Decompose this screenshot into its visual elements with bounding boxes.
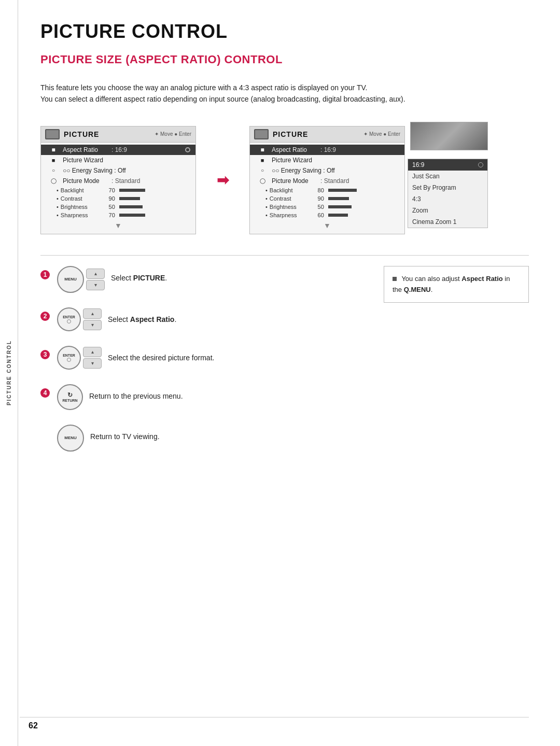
- step-1-badge: 1: [40, 270, 50, 279]
- menu-row-mode-right: ◯ Picture Mode : Standard: [250, 176, 404, 186]
- dropdown-item-cinema-zoom: Cinema Zoom 1: [408, 216, 487, 228]
- side-bar-label: PICTURE CONTROL: [6, 340, 12, 405]
- tip-aspect-ratio: Aspect Ratio: [461, 275, 502, 283]
- dropdown-item-just-scan: Just Scan: [408, 171, 487, 182]
- slider-sharpness-left: [119, 214, 145, 217]
- menu-nav-hint-left: ✦ Move ● Enter: [155, 131, 191, 137]
- tip-qmenu: Q.MENU: [404, 286, 431, 293]
- step-1-icons: MENU ▴ ▾: [57, 266, 105, 293]
- step-3-icons: ENTER ▴ ▾: [57, 346, 102, 370]
- menu-nav-hint-right: ✦ Move ● Enter: [363, 131, 400, 137]
- sub-item-sharpness-left: • Sharpness 70: [41, 211, 195, 219]
- menu-row-wizard-left: ■ Picture Wizard: [41, 155, 195, 165]
- scroll-indicator-left: ▼: [41, 219, 195, 232]
- tip-bullet-icon: [393, 277, 397, 281]
- step-4-return-btn: ↻ RETURN: [57, 384, 83, 410]
- sub-item-sharpness-right: • Sharpness 60: [250, 211, 404, 219]
- step-3-enter-btn: ENTER: [57, 346, 81, 370]
- step-menu-icons: MENU: [57, 425, 84, 452]
- step-2-text-bold: Aspect Ratio: [130, 315, 175, 323]
- step-1-text: Select PICTURE.: [111, 273, 167, 284]
- menu-row-energy-left: ○ ○○ Energy Saving : Off: [41, 165, 195, 176]
- dropdown-overlay: 16:9 Just Scan Set By Program 4:3 Zoom C…: [408, 159, 488, 228]
- step-menu-text: Return to TV viewing.: [90, 432, 160, 442]
- step-1-text-bold: PICTURE: [133, 274, 165, 282]
- arrow-icon: ➡: [217, 172, 229, 189]
- step-3-up-arrow: ▴: [83, 347, 102, 357]
- sub-item-backlight-right: • Backlight 80: [250, 186, 404, 194]
- description-line2: You can select a different aspect ratio …: [40, 95, 405, 103]
- dropdown-item-zoom: Zoom: [408, 205, 487, 216]
- bottom-line: [20, 717, 529, 717]
- step-2-text: Select Aspect Ratio.: [108, 315, 176, 325]
- step-3-text: Select the desired picture format.: [108, 353, 214, 363]
- step-1-up-arrow: ▴: [86, 269, 105, 279]
- step-1-nav: ▴ ▾: [86, 269, 105, 290]
- step-2-enter-btn: ENTER: [57, 307, 81, 331]
- slider-contrast-left: [119, 197, 140, 200]
- menu-row-energy-right: ○ ○○ Energy Saving : Off: [250, 165, 404, 176]
- step-2-up-arrow: ▴: [83, 308, 102, 319]
- selected-indicator: [478, 162, 483, 167]
- steps-area: 1 MENU ▴ ▾ Select PICTURE.: [40, 266, 529, 466]
- menu-header-left: PICTURE ✦ Move ● Enter: [41, 126, 195, 143]
- thumbnail-image: [410, 122, 488, 150]
- tv-icon-left: [45, 129, 60, 139]
- step-3: 3 ENTER ▴ ▾ Select the desired picture f…: [40, 346, 353, 370]
- step-2-badge: 2: [40, 312, 50, 321]
- step-2: 2 ENTER ▴ ▾ Select Aspect Ratio.: [40, 307, 353, 331]
- radio-dot-left: [185, 147, 190, 152]
- dropdown-item-16-9: 16:9: [408, 159, 487, 171]
- sub-item-backlight-left: • Backlight 70: [41, 186, 195, 194]
- side-bar: PICTURE CONTROL: [0, 0, 18, 746]
- sub-item-contrast-left: • Contrast 90: [41, 194, 195, 203]
- step-menu-btn: MENU: [57, 425, 84, 452]
- aspect-icon-left: ■: [46, 146, 61, 153]
- menu-title-right: PICTURE: [273, 130, 308, 138]
- slider-backlight-left: [119, 189, 145, 192]
- step-3-badge: 3: [40, 350, 50, 359]
- step-4-badge: 4: [40, 388, 50, 398]
- menu-row-mode-left: ◯ Picture Mode : Standard: [41, 176, 195, 186]
- step-4-text: Return to the previous menu.: [89, 391, 183, 402]
- step-2-nav: ▴ ▾: [83, 308, 102, 330]
- step-1-menu-btn: MENU: [57, 266, 84, 293]
- sub-item-brightness-left: • Brightness 50: [41, 203, 195, 211]
- step-3-down-arrow: ▾: [83, 358, 102, 369]
- scroll-indicator-right: ▼: [250, 219, 404, 232]
- screenshots-area: PICTURE ✦ Move ● Enter ■ Aspect Ratio : …: [40, 126, 529, 234]
- description-line1: This feature lets you choose the way an …: [40, 83, 367, 92]
- sub-item-contrast-right: • Contrast 90: [250, 194, 404, 203]
- slider-brightness-left: [119, 205, 143, 208]
- step-2-down-arrow: ▾: [83, 320, 102, 330]
- steps-right: You can also adjust Aspect Ratio in the …: [384, 266, 529, 466]
- enter-circle-dot: [67, 319, 71, 323]
- tv-icon-right: [254, 129, 269, 139]
- dropdown-item-4-3: 4:3: [408, 193, 487, 205]
- step-menu: MENU Return to TV viewing.: [40, 425, 353, 452]
- menu-row-wizard-right: ■ Picture Wizard: [250, 155, 404, 165]
- step-4: 4 ↻ RETURN Return to the previous menu.: [40, 384, 353, 410]
- menu-title-left: PICTURE: [64, 130, 99, 138]
- menu-panel-right: PICTURE ✦ Move ● Enter ■ Aspect Ratio : …: [249, 126, 405, 234]
- steps-divider: [40, 255, 529, 256]
- slider-brightness-right: [328, 205, 352, 208]
- sub-item-brightness-right: • Brightness 50: [250, 203, 404, 211]
- step-2-icons: ENTER ▴ ▾: [57, 307, 102, 331]
- description: This feature lets you choose the way an …: [40, 82, 486, 105]
- step-4-icons: ↻ RETURN: [57, 384, 83, 410]
- step-1: 1 MENU ▴ ▾ Select PICTURE.: [40, 266, 353, 293]
- sub-title: PICTURE SIZE (ASPECT RATIO) CONTROL: [40, 53, 529, 66]
- slider-backlight-right: [328, 189, 357, 192]
- step-1-down-arrow: ▾: [86, 280, 105, 290]
- menu-body-right: ■ Aspect Ratio : 16:9 ■ Picture Wizard ○…: [250, 143, 404, 234]
- main-title: PICTURE CONTROL: [40, 21, 529, 43]
- right-menu-container: PICTURE ✦ Move ● Enter ■ Aspect Ratio : …: [249, 126, 405, 234]
- enter-circle-dot-3: [67, 358, 71, 362]
- step-3-nav: ▴ ▾: [83, 347, 102, 369]
- menu-header-right: PICTURE ✦ Move ● Enter: [250, 126, 404, 143]
- menu-row-aspect-left: ■ Aspect Ratio : 16:9: [41, 145, 195, 155]
- menu-body-left: ■ Aspect Ratio : 16:9 ■ Picture Wizard: [41, 143, 195, 234]
- dropdown-item-set-by-program: Set By Program: [408, 182, 487, 193]
- steps-left: 1 MENU ▴ ▾ Select PICTURE.: [40, 266, 353, 466]
